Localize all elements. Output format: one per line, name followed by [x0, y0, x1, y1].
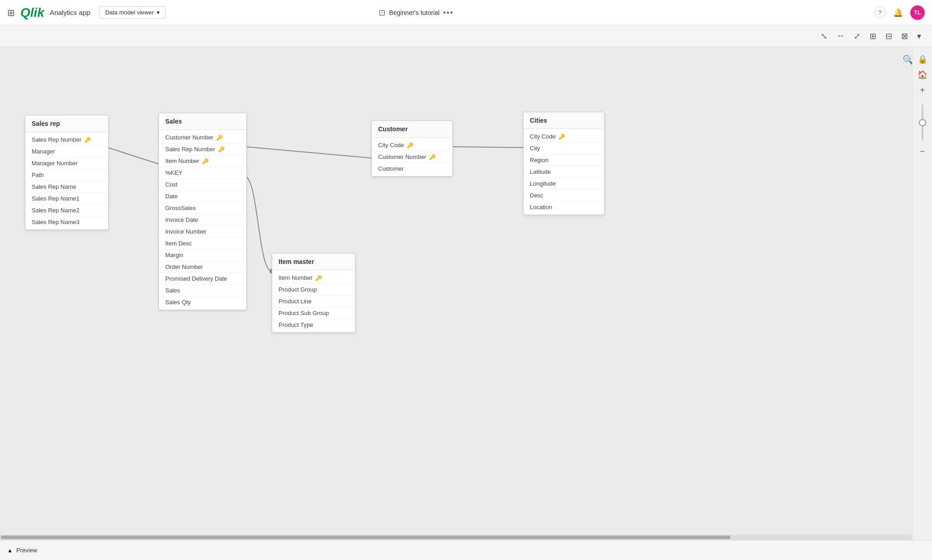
field-product-group[interactable]: Product Group [272, 284, 355, 296]
preview-arrow-icon[interactable]: ▲ [7, 547, 13, 554]
bell-icon[interactable]: 🔔 [893, 8, 903, 18]
app-title: Analytics app [50, 9, 90, 16]
dropdown-icon: ▾ [157, 9, 160, 16]
zoom-out-icon[interactable]: − [920, 146, 925, 157]
apps-grid-icon[interactable]: ⊞ [7, 7, 15, 18]
field-location[interactable]: Location [524, 201, 604, 213]
field-latitude[interactable]: Latitude [524, 166, 604, 178]
field-sales-rep-name3[interactable]: Sales Rep Name3 [25, 216, 108, 228]
home-icon[interactable]: 🏠 [918, 70, 927, 80]
field-item-desc[interactable]: Item Desc [159, 238, 246, 249]
more-menu-icon[interactable]: ••• [443, 9, 454, 17]
field-manager[interactable]: Manager [25, 146, 108, 158]
top-navigation: ⊞ Qlik Analytics app Data model viewer ▾… [0, 0, 932, 25]
nav-center: ⊡ Beginner's tutorial ••• [379, 8, 453, 18]
field-city[interactable]: City [524, 143, 604, 154]
zoom-in-icon[interactable]: + [920, 85, 925, 96]
key-icon: 🔑 [202, 158, 209, 164]
field-city-code-cities[interactable]: City Code 🔑 [524, 131, 604, 143]
layout-icon3[interactable]: ⊠ [899, 29, 910, 43]
field-invoice-number[interactable]: Invoice Number [159, 226, 246, 238]
table-item-master-fields: Item Number 🔑 Product Group Product Line… [272, 270, 355, 332]
data-model-canvas: Sales rep Sales Rep Number 🔑 Manager Man… [0, 47, 932, 540]
field-product-type[interactable]: Product Type [272, 319, 355, 330]
fit-to-selection-icon[interactable]: ⤡ [819, 29, 829, 43]
field-sales-rep-name1[interactable]: Sales Rep Name1 [25, 193, 108, 205]
field-customer-number-customer[interactable]: Customer Number 🔑 [372, 151, 452, 163]
table-item-master: Item master Item Number 🔑 Product Group … [272, 253, 356, 333]
key-icon: 🔑 [429, 154, 436, 160]
field-cost[interactable]: Cost [159, 179, 246, 191]
tutorial-icon: ⊡ [379, 8, 385, 18]
table-cities-fields: City Code 🔑 City Region Latitude Longitu… [524, 129, 604, 215]
svg-line-2 [448, 147, 523, 148]
zoom-slider-thumb[interactable] [919, 119, 926, 126]
key-icon: 🔑 [84, 137, 91, 143]
zoom-slider-track[interactable] [922, 105, 923, 141]
table-customer-fields: City Code 🔑 Customer Number 🔑 Customer [372, 138, 452, 176]
layout-dropdown-icon[interactable]: ▾ [915, 29, 923, 43]
field-manager-number[interactable]: Manager Number [25, 158, 108, 169]
svg-line-1 [245, 147, 371, 158]
table-item-master-header[interactable]: Item master [272, 254, 355, 270]
field-invoice-date[interactable]: Invoice Date [159, 214, 246, 226]
key-icon: 🔑 [558, 134, 565, 140]
data-model-viewer-button[interactable]: Data model viewer ▾ [99, 6, 166, 19]
field-pct-key[interactable]: %KEY [159, 167, 246, 179]
field-gross-sales[interactable]: GrossSales [159, 202, 246, 214]
table-cities-header[interactable]: Cities [524, 112, 604, 129]
field-desc[interactable]: Desc [524, 190, 604, 201]
svg-line-0 [105, 147, 159, 164]
field-sales-rep-name2[interactable]: Sales Rep Name2 [25, 205, 108, 216]
field-customer[interactable]: Customer [372, 163, 452, 174]
field-sales-rep-number-sales[interactable]: Sales Rep Number 🔑 [159, 144, 246, 155]
field-product-line[interactable]: Product Line [272, 296, 355, 307]
table-sales-fields: Customer Number 🔑 Sales Rep Number 🔑 Ite… [159, 130, 246, 310]
right-sidebar: 🔒 🏠 + − [912, 47, 932, 540]
field-region[interactable]: Region [524, 154, 604, 166]
zoom-slider[interactable] [922, 105, 923, 141]
table-customer: Customer City Code 🔑 Customer Number 🔑 C… [371, 120, 453, 177]
table-sales: Sales Customer Number 🔑 Sales Rep Number… [159, 113, 247, 310]
key-icon: 🔑 [216, 134, 223, 141]
field-margin[interactable]: Margin [159, 249, 246, 261]
scrollbar-thumb[interactable] [1, 536, 730, 539]
field-order-number[interactable]: Order Number [159, 261, 246, 273]
field-item-number-sales[interactable]: Item Number 🔑 [159, 155, 246, 167]
horizontal-scrollbar[interactable] [0, 535, 912, 540]
table-customer-header[interactable]: Customer [372, 121, 452, 138]
data-model-label: Data model viewer [105, 9, 154, 16]
preview-label[interactable]: Preview [16, 547, 37, 554]
key-icon: 🔑 [407, 142, 413, 148]
diagram-toolbar: ⤡ ↔ ⤢ ⊞ ⊟ ⊠ ▾ [0, 25, 932, 47]
help-icon[interactable]: ? [874, 7, 886, 19]
key-icon: 🔑 [315, 275, 322, 281]
field-product-sub-group[interactable]: Product Sub Group [272, 307, 355, 319]
table-sales-rep-header[interactable]: Sales rep [25, 115, 108, 132]
preview-bar: ▲ Preview [0, 540, 932, 560]
field-customer-number-sales[interactable]: Customer Number 🔑 [159, 132, 246, 144]
expand-icon[interactable]: ⤢ [852, 29, 862, 43]
table-cities: Cities City Code 🔑 City Region Latitude … [523, 112, 605, 215]
lock-icon[interactable]: 🔒 [918, 54, 927, 64]
field-city-code-customer[interactable]: City Code 🔑 [372, 139, 452, 151]
field-path[interactable]: Path [25, 169, 108, 181]
tutorial-title[interactable]: Beginner's tutorial [389, 9, 440, 16]
field-longitude[interactable]: Longitude [524, 178, 604, 190]
layout-icon2[interactable]: ⊟ [884, 29, 894, 43]
field-date[interactable]: Date [159, 191, 246, 202]
table-sales-header[interactable]: Sales [159, 113, 246, 130]
table-sales-rep-fields: Sales Rep Number 🔑 Manager Manager Numbe… [25, 132, 108, 230]
field-promised-delivery-date[interactable]: Promised Delivery Date [159, 273, 246, 285]
field-sales[interactable]: Sales [159, 285, 246, 297]
field-sales-rep-name[interactable]: Sales Rep Name [25, 181, 108, 193]
field-item-number-master[interactable]: Item Number 🔑 [272, 272, 355, 284]
user-avatar[interactable]: TL [910, 5, 925, 20]
field-sales-qty[interactable]: Sales Qty [159, 297, 246, 308]
fit-horizontal-icon[interactable]: ↔ [835, 29, 846, 43]
layout-icon1[interactable]: ⊞ [868, 29, 878, 43]
table-sales-rep: Sales rep Sales Rep Number 🔑 Manager Man… [25, 115, 109, 230]
field-sales-rep-number[interactable]: Sales Rep Number 🔑 [25, 134, 108, 146]
connections-svg [0, 47, 932, 540]
key-icon: 🔑 [218, 146, 225, 153]
